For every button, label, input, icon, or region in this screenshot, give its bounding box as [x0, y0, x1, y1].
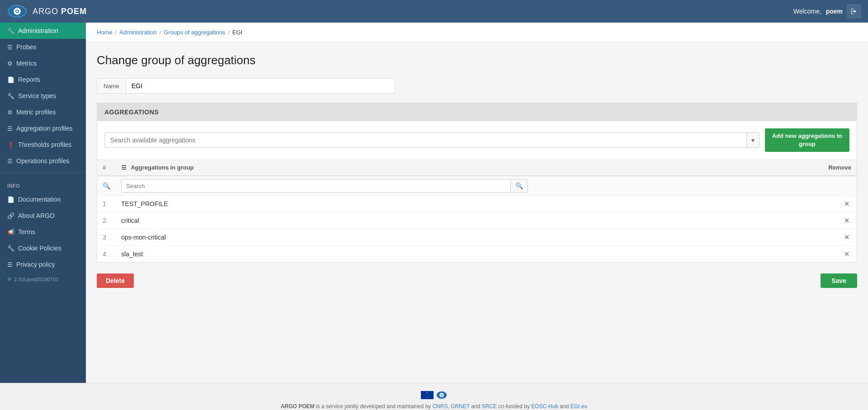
- table-search-icon[interactable]: 🔍: [510, 179, 528, 192]
- logout-button[interactable]: [847, 5, 861, 18]
- search-row-input-cell: 🔍: [116, 176, 688, 196]
- sidebar-version: ⊕ 2.3.0.post20190710: [0, 273, 86, 286]
- row-2-remove-cell: ✕: [688, 212, 857, 229]
- threshold-icon: ❗: [7, 141, 14, 148]
- content-area: Change group of aggregations Name AGGREG…: [86, 42, 868, 299]
- table-header-row: # ☰ Aggregations in group Remove: [97, 160, 857, 176]
- argo-small-logo-icon: [436, 390, 447, 401]
- col-remove: Remove: [688, 160, 857, 176]
- version-text: 2.3.0.post20190710: [14, 277, 58, 282]
- search-row-icon-cell: 🔍: [97, 176, 116, 196]
- footer-link-grnet[interactable]: GRNET: [451, 403, 470, 410]
- row-2-remove-button[interactable]: ✕: [842, 217, 851, 224]
- report-icon: 📄: [7, 76, 14, 83]
- sidebar-label-terms: Terms: [18, 228, 35, 236]
- argo-logo-icon: [7, 4, 27, 19]
- breadcrumb-home[interactable]: Home: [97, 29, 113, 36]
- row-1-name: TEST_PROFILE: [116, 196, 688, 212]
- footer-link-srce[interactable]: SRCE: [482, 403, 497, 410]
- breadcrumb-sep-3: /: [228, 29, 230, 36]
- sidebar-item-service-types[interactable]: 🔧 Service types: [0, 88, 86, 104]
- sidebar-label-probes: Probes: [16, 43, 36, 51]
- breadcrumb-administration[interactable]: Administration: [119, 29, 156, 36]
- sidebar-label-documentation: Documentation: [18, 196, 61, 203]
- footer-text-middle: is a service jointly developed and maint…: [316, 403, 432, 410]
- header: ARGO POEM Welcome, poem: [0, 0, 868, 23]
- aggregation-icon: ☰: [7, 125, 13, 132]
- table-row: 1 TEST_PROFILE ✕: [97, 196, 857, 212]
- row-1-remove-cell: ✕: [688, 196, 857, 212]
- doc-icon: 📄: [7, 196, 14, 203]
- sidebar-label-aggregation-profiles: Aggregation profiles: [16, 125, 73, 132]
- search-row-remove-cell: [688, 176, 857, 196]
- row-3-num: 3: [97, 229, 116, 246]
- delete-button[interactable]: Delete: [97, 273, 134, 288]
- search-dropdown-arrow[interactable]: ▾: [746, 133, 759, 147]
- sidebar-item-documentation[interactable]: 📄 Documentation: [0, 191, 86, 207]
- table-search-row: 🔍 🔍: [97, 176, 857, 196]
- svg-point-10: [441, 395, 442, 396]
- page-title: Change group of aggregations: [97, 53, 857, 67]
- table-row: 4 sla_test ✕: [97, 246, 857, 263]
- sidebar-item-aggregation-profiles[interactable]: ☰ Aggregation profiles: [0, 120, 86, 137]
- row-4-num: 4: [97, 246, 116, 263]
- sidebar-item-metrics[interactable]: ⚙ Metrics: [0, 55, 86, 71]
- row-2-num: 2: [97, 212, 116, 229]
- list-icon: ☰: [7, 44, 13, 51]
- sidebar-item-terms[interactable]: 📢 Terms: [0, 224, 86, 240]
- col-aggregations: ☰ Aggregations in group: [116, 160, 688, 176]
- cookie-icon: 🔧: [7, 245, 14, 252]
- sidebar-item-metric-profiles[interactable]: ⚙ Metric profiles: [0, 104, 86, 120]
- footer-link-cnrs[interactable]: CNRS: [432, 403, 448, 410]
- row-4-remove-button[interactable]: ✕: [842, 250, 851, 258]
- welcome-text: Welcome,: [793, 8, 821, 15]
- sidebar-label-metrics: Metrics: [16, 60, 37, 67]
- sidebar-item-about-argo[interactable]: 🔗 About ARGO: [0, 207, 86, 224]
- search-aggregations-input[interactable]: [105, 133, 746, 147]
- privacy-icon: ☰: [7, 261, 13, 268]
- sidebar-item-privacy-policy[interactable]: ☰ Privacy policy: [0, 256, 86, 273]
- sidebar-item-administration[interactable]: 🔧 Administration: [0, 23, 86, 39]
- username: poem: [826, 8, 843, 15]
- table-search-input[interactable]: [122, 180, 510, 192]
- row-4-remove-cell: ✕: [688, 246, 857, 263]
- breadcrumb-egi: EGI: [232, 29, 242, 36]
- col-number: #: [97, 160, 116, 176]
- sidebar-item-probes[interactable]: ☰ Probes: [0, 39, 86, 55]
- sidebar: 🔧 Administration ☰ Probes ⚙ Metrics 📄 Re…: [0, 23, 86, 383]
- main-content: Home / Administration / Groups of aggreg…: [86, 23, 868, 383]
- row-4-name: sla_test: [116, 246, 688, 263]
- footer-logos: [6, 390, 862, 401]
- breadcrumb-sep-2: /: [160, 29, 161, 36]
- row-3-remove-button[interactable]: ✕: [842, 234, 851, 241]
- footer-text: ARGO POEM is a service jointly developed…: [6, 403, 862, 410]
- eu-flag-icon: [421, 391, 434, 399]
- breadcrumb: Home / Administration / Groups of aggreg…: [86, 23, 868, 42]
- footer-link-egi[interactable]: EGI.eu: [571, 403, 587, 410]
- wrench-icon: 🔧: [7, 28, 14, 34]
- sidebar-divider: [0, 173, 86, 173]
- sidebar-item-operations-profiles[interactable]: ☰ Operations profiles: [0, 153, 86, 169]
- row-1-remove-button[interactable]: ✕: [842, 200, 851, 207]
- footer-link-eosc-hub[interactable]: EOSC-Hub: [531, 403, 558, 410]
- save-button[interactable]: Save: [821, 273, 857, 288]
- breadcrumb-groups-of-aggregations[interactable]: Groups of aggregations: [164, 29, 225, 36]
- sidebar-label-operations-profiles: Operations profiles: [16, 157, 70, 165]
- footer: ARGO POEM is a service jointly developed…: [0, 383, 868, 410]
- name-label: Name: [97, 79, 126, 93]
- table-row: 3 ops-mon-critical ✕: [97, 229, 857, 246]
- sidebar-item-reports[interactable]: 📄 Reports: [0, 71, 86, 88]
- list-icon-th: ☰: [121, 164, 127, 171]
- sidebar-label-administration: Administration: [18, 27, 58, 34]
- sidebar-item-thresholds-profiles[interactable]: ❗ Thresholds profiles: [0, 137, 86, 153]
- aggregations-section: AGGREGATIONS ▾ Add new aggregations togr…: [97, 103, 857, 263]
- metric-icon: ⚙: [7, 109, 13, 116]
- row-3-name: ops-mon-critical: [116, 229, 688, 246]
- sidebar-item-cookie-policies[interactable]: 🔧 Cookie Policies: [0, 240, 86, 256]
- footer-app-name: ARGO POEM: [281, 403, 315, 410]
- add-aggregations-button[interactable]: Add new aggregations togroup: [765, 128, 849, 152]
- name-input[interactable]: [126, 79, 395, 93]
- table-row: 2 critical ✕: [97, 212, 857, 229]
- svg-point-3: [16, 10, 18, 12]
- operations-icon: ☰: [7, 158, 13, 165]
